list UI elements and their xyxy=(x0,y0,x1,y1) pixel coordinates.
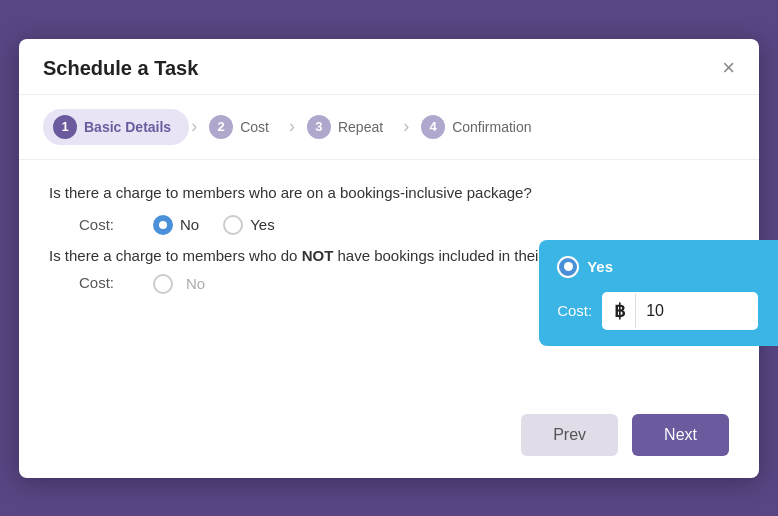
question1-no-circle xyxy=(153,215,173,235)
modal-footer: Prev Next xyxy=(19,400,759,478)
modal-title: Schedule a Task xyxy=(43,57,198,80)
prev-button[interactable]: Prev xyxy=(521,414,618,456)
step-num-3: 3 xyxy=(307,115,331,139)
steps-bar: 1 Basic Details › 2 Cost › 3 Repeat › 4 … xyxy=(19,95,759,160)
modal-body: Is there a charge to members who are on … xyxy=(19,160,759,400)
question2-section: Is there a charge to members who do NOT … xyxy=(49,247,729,390)
question2-no-radio[interactable]: No xyxy=(153,274,205,294)
question1-text: Is there a charge to members who are on … xyxy=(49,184,729,201)
close-button[interactable]: × xyxy=(722,57,735,79)
modal-header: Schedule a Task × xyxy=(19,39,759,95)
modal-overlay: Schedule a Task × 1 Basic Details › 2 Co… xyxy=(0,0,778,516)
step-basic-details[interactable]: 1 Basic Details xyxy=(43,109,189,145)
step-arrow-1: › xyxy=(191,116,197,137)
step-confirmation[interactable]: 4 Confirmation xyxy=(411,109,549,145)
question2-yes-box: Yes Cost: ฿ xyxy=(539,240,778,346)
question1-no-label: No xyxy=(180,216,199,233)
question1-yes-circle xyxy=(223,215,243,235)
step-num-4: 4 xyxy=(421,115,445,139)
question1-yes-label: Yes xyxy=(250,216,274,233)
step-arrow-3: › xyxy=(403,116,409,137)
step-arrow-2: › xyxy=(289,116,295,137)
question2-no-label: No xyxy=(186,275,205,292)
question2-cost-label: Cost: xyxy=(79,274,129,291)
question2-yes-circle xyxy=(557,256,579,278)
question1-yes-radio[interactable]: Yes xyxy=(223,215,274,235)
question1-no-radio[interactable]: No xyxy=(153,215,199,235)
question2-yes-radio[interactable]: Yes xyxy=(557,256,613,278)
question1-cost-label: Cost: xyxy=(79,216,129,233)
question2-no-circle xyxy=(153,274,173,294)
schedule-task-modal: Schedule a Task × 1 Basic Details › 2 Co… xyxy=(19,39,759,478)
step-cost[interactable]: 2 Cost xyxy=(199,109,287,145)
cost-input-row: Cost: ฿ xyxy=(557,292,778,330)
step-num-1: 1 xyxy=(53,115,77,139)
question2-yes-label: Yes xyxy=(587,258,613,275)
question2-yes-radio-row: Yes xyxy=(557,256,778,278)
step-label-3: Repeat xyxy=(338,119,383,135)
step-label-4: Confirmation xyxy=(452,119,531,135)
question2-cost-row: Cost: No Yes xyxy=(49,274,729,390)
step-num-2: 2 xyxy=(209,115,233,139)
cost-input[interactable] xyxy=(636,296,756,326)
next-button[interactable]: Next xyxy=(632,414,729,456)
currency-input-wrap: ฿ xyxy=(602,292,758,330)
cost-input-label: Cost: xyxy=(557,302,592,319)
step-repeat[interactable]: 3 Repeat xyxy=(297,109,401,145)
step-label-1: Basic Details xyxy=(84,119,171,135)
currency-icon: ฿ xyxy=(604,294,636,328)
question1-cost-row: Cost: No Yes xyxy=(49,215,729,235)
step-label-2: Cost xyxy=(240,119,269,135)
